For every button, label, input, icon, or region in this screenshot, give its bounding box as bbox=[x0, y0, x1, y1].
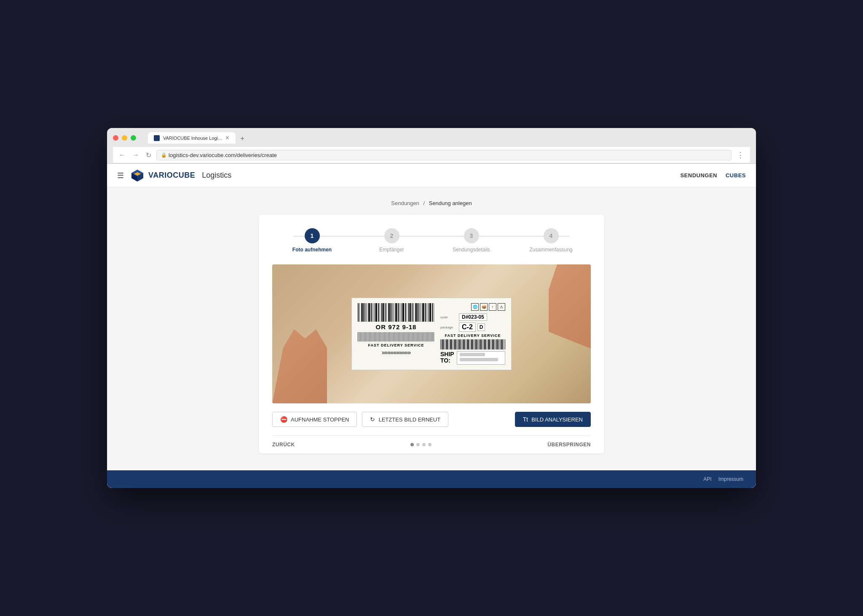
step-2: 2 Empfänger bbox=[352, 228, 432, 253]
ship-to-label: SHIPTO: bbox=[440, 351, 454, 364]
label-arrows: »»»»»»»»»» bbox=[358, 349, 434, 356]
shipment-id: OR 972 9-18 bbox=[358, 323, 434, 331]
hamburger-menu-button[interactable]: ☰ bbox=[117, 171, 124, 180]
last-image-button-label: LETZTES BILD ERNEUT bbox=[378, 416, 440, 423]
breadcrumb-separator: / bbox=[423, 200, 425, 206]
step-4-label: Zusammenfassung bbox=[529, 247, 572, 253]
step-4-circle: 4 bbox=[544, 228, 559, 243]
package-field: package C-2 D bbox=[440, 323, 505, 332]
browser-controls: VARIOCUBE Inhouse Logi... ✕ + bbox=[113, 132, 750, 144]
tab-title: VARIOCUBE Inhouse Logi... bbox=[163, 136, 222, 141]
analyze-icon: Tt bbox=[523, 416, 528, 423]
shipping-label: OR 972 9-18 FAST DELIVERY SERVICE »»»»»»… bbox=[351, 298, 512, 370]
dot-1 bbox=[410, 443, 414, 446]
label-right: 🌐 📦 ↑ ⚠ code D#023-05 bbox=[440, 303, 505, 365]
dot-3 bbox=[422, 443, 426, 446]
warning-icon: ⚠ bbox=[498, 303, 505, 311]
step-1: 1 Foto aufnehmen bbox=[272, 228, 352, 253]
new-tab-button[interactable]: + bbox=[237, 133, 247, 144]
impressum-link[interactable]: Impressum bbox=[718, 476, 743, 482]
step-1-circle: 1 bbox=[305, 228, 320, 243]
step-2-circle: 2 bbox=[384, 228, 399, 243]
nav-sendungen-link[interactable]: SENDUNGEN bbox=[680, 172, 717, 179]
last-image-button[interactable]: ↻ LETZTES BILD ERNEUT bbox=[362, 412, 448, 427]
brand-subtitle: Logistics bbox=[202, 171, 231, 180]
api-link[interactable]: API bbox=[703, 476, 711, 482]
back-button[interactable]: ZURÜCK bbox=[272, 442, 295, 448]
step-1-label: Foto aufnehmen bbox=[292, 247, 332, 253]
code-field: code D#023-05 bbox=[440, 313, 505, 321]
app-container: ☰ VARIOCUBE Logistics bbox=[107, 164, 756, 488]
camera-view: OR 972 9-18 FAST DELIVERY SERVICE »»»»»»… bbox=[272, 264, 591, 403]
close-button[interactable] bbox=[113, 135, 118, 141]
step-3: 3 Sendungsdetails bbox=[432, 228, 511, 253]
hand-right bbox=[549, 264, 591, 349]
package-scene: OR 972 9-18 FAST DELIVERY SERVICE »»»»»»… bbox=[272, 264, 591, 403]
forward-nav-button[interactable]: → bbox=[131, 150, 141, 160]
stop-icon: ⛔ bbox=[280, 416, 287, 423]
variocube-logo-icon bbox=[131, 169, 144, 182]
navbar-right: SENDUNGEN CUBES bbox=[680, 172, 746, 179]
barcode-right bbox=[440, 339, 505, 349]
browser-window: VARIOCUBE Inhouse Logi... ✕ + ← → ↻ 🔒 lo… bbox=[107, 128, 756, 488]
ship-to: SHIPTO: bbox=[440, 351, 505, 365]
minimize-button[interactable] bbox=[122, 135, 127, 141]
refresh-button[interactable]: ↻ bbox=[144, 150, 153, 160]
ship-to-name-line bbox=[460, 353, 485, 356]
tab-favicon bbox=[154, 135, 160, 141]
ship-to-fields bbox=[457, 351, 505, 365]
step-2-label: Empfänger bbox=[379, 247, 404, 253]
url-text: logistics-dev.variocube.com/deliveries/c… bbox=[169, 152, 277, 158]
app-navbar: ☰ VARIOCUBE Logistics bbox=[107, 164, 756, 187]
package-label: package bbox=[440, 325, 457, 329]
browser-tabs: VARIOCUBE Inhouse Logi... ✕ + bbox=[148, 132, 247, 144]
stepper: 1 Foto aufnehmen 2 Empfänger 3 Sendungsd… bbox=[272, 228, 591, 253]
step-4: 4 Zusammenfassung bbox=[511, 228, 591, 253]
code-label: code bbox=[440, 315, 457, 319]
label-service-left: FAST DELIVERY SERVICE bbox=[358, 343, 434, 347]
skip-button[interactable]: ÜBERSPRINGEN bbox=[547, 442, 591, 448]
back-nav-button[interactable]: ← bbox=[117, 150, 127, 160]
stop-capture-button[interactable]: ⛔ AUFNAHME STOPPEN bbox=[272, 412, 357, 427]
barcode-main bbox=[358, 303, 434, 322]
label-left: OR 972 9-18 FAST DELIVERY SERVICE »»»»»»… bbox=[358, 303, 434, 356]
label-content: OR 972 9-18 FAST DELIVERY SERVICE »»»»»»… bbox=[358, 303, 505, 365]
brand-name: VARIOCUBE bbox=[148, 171, 195, 180]
barcode-small bbox=[358, 332, 434, 341]
step-3-label: Sendungsdetails bbox=[453, 247, 490, 253]
package-value-2: D bbox=[477, 323, 485, 331]
breadcrumb-current: Sendung anlegen bbox=[429, 200, 472, 206]
label-service-right: FAST DELIVERY SERVICE bbox=[440, 333, 505, 338]
action-buttons: ⛔ AUFNAHME STOPPEN ↻ LETZTES BILD ERNEUT… bbox=[272, 412, 591, 427]
browser-addressbar: ← → ↻ 🔒 logistics-dev.variocube.com/deli… bbox=[113, 147, 750, 163]
maximize-button[interactable] bbox=[131, 135, 136, 141]
analyze-button[interactable]: Tt BILD ANALYSIEREN bbox=[515, 412, 591, 427]
dot-4 bbox=[428, 443, 432, 446]
refresh-icon: ↻ bbox=[370, 416, 375, 423]
browser-titlebar: VARIOCUBE Inhouse Logi... ✕ + ← → ↻ 🔒 lo… bbox=[107, 128, 756, 164]
analyze-button-label: BILD ANALYSIEREN bbox=[531, 416, 583, 423]
browser-more-button[interactable]: ⋮ bbox=[735, 149, 746, 160]
package-value-1: C-2 bbox=[459, 323, 476, 332]
browser-tab[interactable]: VARIOCUBE Inhouse Logi... ✕ bbox=[148, 132, 236, 144]
footer-dots bbox=[410, 443, 432, 446]
globe-icon: 🌐 bbox=[471, 303, 479, 311]
step-3-circle: 3 bbox=[464, 228, 479, 243]
dot-2 bbox=[416, 443, 420, 446]
package-icon: 📦 bbox=[480, 303, 488, 311]
card-footer: ZURÜCK ÜBERSPRINGEN bbox=[272, 435, 591, 453]
lock-icon: 🔒 bbox=[161, 152, 167, 158]
navbar-left: ☰ VARIOCUBE Logistics bbox=[117, 169, 231, 182]
nav-cubes-link[interactable]: CUBES bbox=[726, 172, 746, 179]
label-icons-row: 🌐 📦 ↑ ⚠ bbox=[440, 303, 505, 311]
tab-close-icon[interactable]: ✕ bbox=[225, 135, 230, 141]
address-bar[interactable]: 🔒 logistics-dev.variocube.com/deliveries… bbox=[156, 150, 732, 160]
brand-logo: VARIOCUBE Logistics bbox=[131, 169, 231, 182]
app-footer: API Impressum bbox=[107, 470, 756, 488]
arrow-up-icon: ↑ bbox=[489, 303, 496, 311]
stop-button-label: AUFNAHME STOPPEN bbox=[291, 416, 349, 423]
ship-to-address-line bbox=[460, 358, 498, 361]
breadcrumb: Sendungen / Sendung anlegen bbox=[107, 200, 756, 206]
hand-left bbox=[272, 311, 327, 403]
breadcrumb-parent[interactable]: Sendungen bbox=[391, 200, 419, 206]
